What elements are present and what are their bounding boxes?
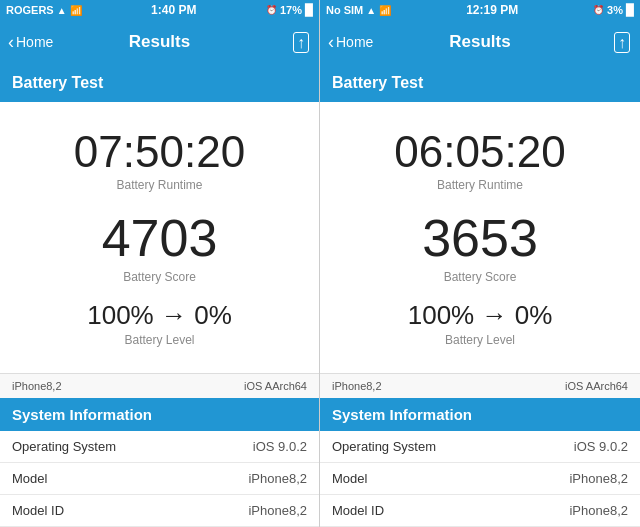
score-block: 3653 Battery Score bbox=[422, 208, 538, 284]
footer-arch: iOS AArch64 bbox=[565, 380, 628, 392]
footer-info: iPhone8,2 iOS AArch64 bbox=[0, 373, 319, 398]
level-block: 100% → 0% Battery Level bbox=[408, 300, 553, 347]
info-row-0: Operating System iOS 9.0.2 bbox=[0, 431, 319, 463]
runtime-block: 06:05:20 Battery Runtime bbox=[394, 128, 565, 192]
info-row-value-2: iPhone8,2 bbox=[248, 503, 307, 518]
status-time: 1:40 PM bbox=[151, 3, 196, 17]
info-row-1: Model iPhone8,2 bbox=[0, 463, 319, 495]
runtime-block: 07:50:20 Battery Runtime bbox=[74, 128, 245, 192]
battery-percent: 17% bbox=[280, 4, 302, 16]
carrier-label: ROGERS bbox=[6, 4, 54, 16]
battery-test-title: Battery Test bbox=[320, 64, 640, 102]
signal-icon: ▲ bbox=[366, 5, 376, 16]
status-right: ⏰ 17% ▉ bbox=[266, 4, 313, 17]
runtime-label: Battery Runtime bbox=[394, 178, 565, 192]
main-content: 07:50:20 Battery Runtime 4703 Battery Sc… bbox=[0, 102, 319, 373]
carrier-label: No SIM bbox=[326, 4, 363, 16]
info-row-label-0: Operating System bbox=[12, 439, 116, 454]
signal-icon: ▲ bbox=[57, 5, 67, 16]
back-button[interactable]: ‹ Home bbox=[8, 32, 53, 53]
status-time: 12:19 PM bbox=[466, 3, 518, 17]
level-value: 100% → 0% bbox=[408, 300, 553, 331]
runtime-label: Battery Runtime bbox=[74, 178, 245, 192]
status-left: No SIM ▲ 📶 bbox=[326, 4, 391, 16]
info-row-2: Model ID iPhone8,2 bbox=[0, 495, 319, 527]
nav-bar: ‹ Home Results ↑ bbox=[320, 20, 640, 64]
level-block: 100% → 0% Battery Level bbox=[87, 300, 232, 347]
footer-arch: iOS AArch64 bbox=[244, 380, 307, 392]
info-row-value-1: iPhone8,2 bbox=[569, 471, 628, 486]
status-bar: No SIM ▲ 📶 12:19 PM ⏰ 3% ▉ bbox=[320, 0, 640, 20]
score-label: Battery Score bbox=[102, 270, 218, 284]
chevron-left-icon: ‹ bbox=[328, 32, 334, 53]
wifi-icon: 📶 bbox=[379, 5, 391, 16]
alarm-icon: ⏰ bbox=[266, 5, 277, 15]
info-row-label-1: Model bbox=[332, 471, 367, 486]
back-label: Home bbox=[336, 34, 373, 50]
info-row-value-1: iPhone8,2 bbox=[248, 471, 307, 486]
battery-icon: ▉ bbox=[626, 4, 634, 17]
info-row-label-2: Model ID bbox=[332, 503, 384, 518]
info-row-label-0: Operating System bbox=[332, 439, 436, 454]
info-row-1: Model iPhone8,2 bbox=[320, 463, 640, 495]
runtime-value: 06:05:20 bbox=[394, 128, 565, 176]
battery-test-title: Battery Test bbox=[0, 64, 319, 102]
nav-title: Results bbox=[449, 32, 510, 52]
score-label: Battery Score bbox=[422, 270, 538, 284]
score-value: 3653 bbox=[422, 208, 538, 268]
phone-panel-right: No SIM ▲ 📶 12:19 PM ⏰ 3% ▉ ‹ Home Result… bbox=[320, 0, 640, 527]
share-icon: ↑ bbox=[293, 32, 309, 53]
nav-bar: ‹ Home Results ↑ bbox=[0, 20, 319, 64]
system-info-section: System Information Operating System iOS … bbox=[320, 398, 640, 527]
back-button[interactable]: ‹ Home bbox=[328, 32, 373, 53]
share-button[interactable]: ↑ bbox=[614, 32, 630, 53]
score-block: 4703 Battery Score bbox=[102, 208, 218, 284]
level-label: Battery Level bbox=[408, 333, 553, 347]
battery-icon: ▉ bbox=[305, 4, 313, 17]
share-button[interactable]: ↑ bbox=[293, 32, 309, 53]
info-row-2: Model ID iPhone8,2 bbox=[320, 495, 640, 527]
level-value: 100% → 0% bbox=[87, 300, 232, 331]
runtime-value: 07:50:20 bbox=[74, 128, 245, 176]
footer-info: iPhone8,2 iOS AArch64 bbox=[320, 373, 640, 398]
info-row-label-2: Model ID bbox=[12, 503, 64, 518]
info-row-0: Operating System iOS 9.0.2 bbox=[320, 431, 640, 463]
system-info-section: System Information Operating System iOS … bbox=[0, 398, 319, 527]
system-info-header: System Information bbox=[0, 398, 319, 431]
wifi-icon: 📶 bbox=[70, 5, 82, 16]
main-content: 06:05:20 Battery Runtime 3653 Battery Sc… bbox=[320, 102, 640, 373]
level-label: Battery Level bbox=[87, 333, 232, 347]
chevron-left-icon: ‹ bbox=[8, 32, 14, 53]
nav-title: Results bbox=[129, 32, 190, 52]
footer-model: iPhone8,2 bbox=[12, 380, 62, 392]
footer-model: iPhone8,2 bbox=[332, 380, 382, 392]
alarm-icon: ⏰ bbox=[593, 5, 604, 15]
battery-percent: 3% bbox=[607, 4, 623, 16]
info-row-label-1: Model bbox=[12, 471, 47, 486]
info-row-value-0: iOS 9.0.2 bbox=[253, 439, 307, 454]
status-bar: ROGERS ▲ 📶 1:40 PM ⏰ 17% ▉ bbox=[0, 0, 319, 20]
back-label: Home bbox=[16, 34, 53, 50]
score-value: 4703 bbox=[102, 208, 218, 268]
phone-panel-left: ROGERS ▲ 📶 1:40 PM ⏰ 17% ▉ ‹ Home Result… bbox=[0, 0, 320, 527]
status-left: ROGERS ▲ 📶 bbox=[6, 4, 82, 16]
share-icon: ↑ bbox=[614, 32, 630, 53]
status-right: ⏰ 3% ▉ bbox=[593, 4, 634, 17]
info-row-value-0: iOS 9.0.2 bbox=[574, 439, 628, 454]
info-row-value-2: iPhone8,2 bbox=[569, 503, 628, 518]
system-info-header: System Information bbox=[320, 398, 640, 431]
